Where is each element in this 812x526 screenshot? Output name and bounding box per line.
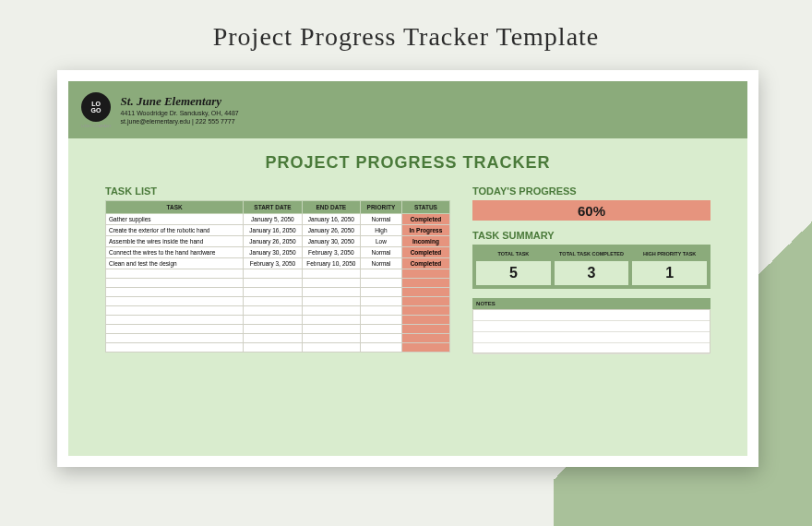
logo-wrap: LO GO LOGO COMPANY — [81, 92, 112, 128]
cell-task: Connect the wires to the hand hardware — [106, 247, 244, 258]
cell-start: January 26, 2050 — [244, 236, 302, 247]
cell-end: January 30, 2050 — [302, 236, 360, 247]
cell-task: Gather supplies — [106, 214, 244, 225]
notes-header: NOTES — [472, 298, 710, 309]
cell-priority: Normal — [361, 258, 402, 269]
task-list-label: TASK LIST — [105, 185, 450, 197]
task-table: TASK START DATE END DATE PRIORITY STATUS… — [105, 200, 450, 353]
summary-value-total: 5 — [476, 261, 551, 285]
table-row: Gather supplies January 5, 2050 January … — [106, 214, 450, 225]
cell-start: January 30, 2050 — [244, 247, 302, 258]
table-row-empty — [106, 316, 450, 325]
table-row-empty — [106, 269, 450, 279]
table-header-row: TASK START DATE END DATE PRIORITY STATUS — [106, 201, 450, 214]
cell-status: Completed — [401, 247, 449, 258]
notes-line — [473, 332, 710, 343]
table-row: Clean and test the design February 3, 20… — [106, 258, 450, 269]
table-row-empty — [106, 297, 450, 306]
cell-status: In Progress — [401, 225, 449, 236]
page-title: Project Progress Tracker Template — [0, 0, 812, 52]
progress-bar: 60% — [472, 200, 710, 221]
summary-header-total: TOTAL TASK — [476, 248, 551, 259]
template-inner: LO GO LOGO COMPANY St. June Elementary 4… — [68, 81, 747, 456]
cell-end: January 16, 2050 — [302, 214, 360, 225]
right-column: TODAY'S PROGRESS 60% TASK SUMMARY TOTAL … — [472, 185, 710, 353]
notes-line — [473, 310, 710, 321]
notes-box: NOTES — [472, 298, 710, 353]
template-sheet: LO GO LOGO COMPANY St. June Elementary 4… — [57, 70, 758, 467]
col-end: END DATE — [302, 201, 360, 214]
org-address: 4411 Woodridge Dr. Sandusky, OH, 4487 — [121, 109, 239, 117]
table-row: Create the exterior of the robotic hand … — [106, 225, 450, 236]
summary-value-completed: 3 — [555, 261, 629, 285]
cell-priority: Low — [361, 236, 402, 247]
cell-priority: Normal — [361, 214, 402, 225]
summary-header-completed: TOTAL TASK COMPLETED — [555, 248, 629, 259]
summary-value-high: 1 — [632, 261, 707, 285]
content-area: TASK LIST TASK START DATE END DATE PRIOR… — [68, 173, 747, 365]
table-row-empty — [106, 334, 450, 343]
table-row: Connect the wires to the hand hardware J… — [106, 247, 450, 258]
header-bar: LO GO LOGO COMPANY St. June Elementary 4… — [68, 81, 747, 138]
cell-status: Completed — [401, 258, 449, 269]
table-row-empty — [106, 325, 450, 334]
logo-line2: GO — [91, 107, 102, 114]
cell-start: January 16, 2050 — [244, 225, 302, 236]
notes-line — [473, 343, 710, 354]
notes-body — [472, 309, 710, 353]
summary-label: TASK SUMMARY — [472, 230, 710, 241]
summary-box: TOTAL TASK TOTAL TASK COMPLETED HIGH PRI… — [472, 245, 710, 289]
col-start: START DATE — [244, 201, 302, 214]
left-column: TASK LIST TASK START DATE END DATE PRIOR… — [105, 185, 450, 353]
table-row: Assemble the wires inside the hand Janua… — [106, 236, 450, 247]
cell-priority: High — [361, 225, 402, 236]
col-status: STATUS — [401, 201, 449, 214]
progress-percent: 60% — [578, 203, 605, 219]
logo-icon: LO GO — [81, 92, 111, 122]
table-row-empty — [106, 288, 450, 297]
table-row-empty — [106, 343, 450, 353]
cell-task: Create the exterior of the robotic hand — [106, 225, 244, 236]
logo-sub: LOGO COMPANY — [81, 124, 112, 128]
org-contact: st.june@elementary.edu | 222 555 7777 — [121, 117, 239, 126]
col-priority: PRIORITY — [361, 201, 402, 214]
cell-priority: Normal — [361, 247, 402, 258]
cell-status: Completed — [401, 214, 449, 225]
summary-header-high: HIGH PRIORITY TASK — [632, 248, 707, 259]
cell-start: January 5, 2050 — [244, 214, 302, 225]
cell-end: February 3, 2050 — [302, 247, 360, 258]
col-task: TASK — [106, 201, 244, 214]
table-row-empty — [106, 279, 450, 288]
cell-task: Assemble the wires inside the hand — [106, 236, 244, 247]
notes-line — [473, 321, 710, 332]
tracker-title: PROJECT PROGRESS TRACKER — [68, 153, 747, 173]
org-info: St. June Elementary 4411 Woodridge Dr. S… — [121, 94, 239, 126]
summary-values: 5 3 1 — [476, 261, 707, 285]
cell-end: January 26, 2050 — [302, 225, 360, 236]
cell-task: Clean and test the design — [106, 258, 244, 269]
progress-label: TODAY'S PROGRESS — [472, 185, 710, 197]
cell-end: February 10, 2050 — [302, 258, 360, 269]
summary-headers: TOTAL TASK TOTAL TASK COMPLETED HIGH PRI… — [476, 248, 707, 259]
cell-start: February 3, 2050 — [244, 258, 302, 269]
cell-status: Incoming — [401, 236, 449, 247]
table-row-empty — [106, 306, 450, 316]
logo-line1: LO — [91, 101, 101, 107]
org-name: St. June Elementary — [121, 94, 239, 109]
